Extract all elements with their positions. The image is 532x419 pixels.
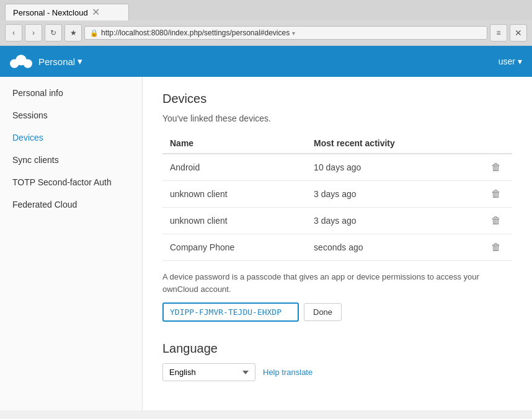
top-navigation: Personal ▾ user ▾ bbox=[0, 46, 532, 77]
sidebar-item-devices[interactable]: Devices bbox=[0, 126, 142, 149]
svg-point-2 bbox=[24, 59, 32, 68]
browser-menu-button[interactable]: ≡ bbox=[490, 24, 507, 42]
sidebar-item-sessions[interactable]: Sessions bbox=[0, 104, 142, 126]
user-label: user bbox=[499, 56, 515, 66]
forward-button[interactable]: › bbox=[25, 24, 42, 42]
devices-subtitle: You've linked these devices. bbox=[162, 113, 512, 123]
browser-toolbar: ‹ › ↻ ★ 🔒 http://localhost:8080/index.ph… bbox=[0, 20, 532, 45]
done-button[interactable]: Done bbox=[304, 303, 342, 321]
top-nav-left: Personal ▾ bbox=[10, 55, 82, 68]
user-chevron-icon: ▾ bbox=[518, 56, 522, 66]
sidebar-item-totp[interactable]: TOTP Second-factor Auth bbox=[0, 171, 142, 193]
address-bar[interactable]: 🔒 http://localhost:8080/index.php/settin… bbox=[84, 26, 487, 40]
main-content: Personal info Sessions Devices Sync clie… bbox=[0, 77, 532, 410]
sidebar-item-sync-clients[interactable]: Sync clients bbox=[0, 149, 142, 171]
devices-section: Devices You've linked these devices. Nam… bbox=[162, 92, 512, 322]
app-name-label: Personal bbox=[38, 56, 75, 67]
device-action-cell: 🗑 bbox=[480, 181, 512, 208]
reload-button[interactable]: ↻ bbox=[45, 24, 62, 42]
table-row: Android 10 days ago 🗑 bbox=[162, 154, 512, 181]
col-name-header: Name bbox=[162, 133, 306, 154]
app-container: Personal ▾ user ▾ Personal info Sessions… bbox=[0, 46, 532, 410]
browser-tab: Personal - Nextcloud ✕ bbox=[5, 4, 129, 20]
app-name-button[interactable]: Personal ▾ bbox=[38, 56, 82, 67]
col-action-header bbox=[480, 133, 512, 154]
device-activity-cell: seconds ago bbox=[306, 234, 480, 261]
address-lock-icon: 🔒 bbox=[90, 29, 99, 37]
sidebar: Personal info Sessions Devices Sync clie… bbox=[0, 77, 143, 410]
content-area: Devices You've linked these devices. Nam… bbox=[143, 77, 532, 410]
table-row: Company Phone seconds ago 🗑 bbox=[162, 234, 512, 261]
device-action-cell: 🗑 bbox=[480, 154, 512, 181]
tab-close-button[interactable]: ✕ bbox=[92, 7, 100, 17]
table-row: unknown client 3 days ago 🗑 bbox=[162, 208, 512, 234]
sidebar-item-personal-info[interactable]: Personal info bbox=[0, 82, 142, 104]
device-name-cell: Company Phone bbox=[162, 234, 306, 261]
sidebar-item-federated-cloud[interactable]: Federated Cloud bbox=[0, 193, 142, 216]
device-name-cell: Android bbox=[162, 154, 306, 181]
device-action-cell: 🗑 bbox=[480, 234, 512, 261]
language-title: Language bbox=[162, 342, 512, 356]
devices-table: Name Most recent activity Android 10 day… bbox=[162, 133, 512, 261]
delete-device-button[interactable]: 🗑 bbox=[487, 161, 505, 174]
device-password-input[interactable] bbox=[162, 302, 299, 322]
user-menu-button[interactable]: user ▾ bbox=[499, 56, 522, 66]
bookmark-button[interactable]: ★ bbox=[64, 24, 82, 42]
help-translate-link[interactable]: Help translate bbox=[263, 368, 313, 377]
tab-title: Personal - Nextcloud bbox=[13, 8, 88, 17]
language-section: Language EnglishDeutschFrançaisEspañolIt… bbox=[162, 342, 512, 381]
table-row: unknown client 3 days ago 🗑 bbox=[162, 181, 512, 208]
address-text: http://localhost:8080/index.php/settings… bbox=[101, 29, 290, 37]
password-note: A device password is a passcode that giv… bbox=[162, 271, 512, 295]
browser-close-button[interactable]: ✕ bbox=[510, 24, 527, 42]
col-activity-header: Most recent activity bbox=[306, 133, 480, 154]
tab-bar: Personal - Nextcloud ✕ bbox=[0, 0, 532, 20]
language-select-row: EnglishDeutschFrançaisEspañolItalianoNed… bbox=[162, 363, 512, 381]
address-dropdown-icon: ▾ bbox=[292, 30, 295, 37]
device-activity-cell: 3 days ago bbox=[306, 181, 480, 208]
device-name-cell: unknown client bbox=[162, 181, 306, 208]
back-button[interactable]: ‹ bbox=[5, 24, 22, 42]
devices-title: Devices bbox=[162, 92, 512, 106]
device-activity-cell: 10 days ago bbox=[306, 154, 480, 181]
app-logo bbox=[10, 55, 32, 68]
browser-chrome: Personal - Nextcloud ✕ ‹ › ↻ ★ 🔒 http://… bbox=[0, 0, 532, 46]
device-activity-cell: 3 days ago bbox=[306, 208, 480, 234]
device-action-cell: 🗑 bbox=[480, 208, 512, 234]
delete-device-button[interactable]: 🗑 bbox=[487, 187, 505, 201]
language-select[interactable]: EnglishDeutschFrançaisEspañolItalianoNed… bbox=[162, 363, 255, 381]
logo-svg bbox=[10, 55, 32, 68]
device-name-cell: unknown client bbox=[162, 208, 306, 234]
delete-device-button[interactable]: 🗑 bbox=[487, 214, 505, 227]
delete-device-button[interactable]: 🗑 bbox=[487, 240, 505, 254]
password-row: Done bbox=[162, 302, 512, 322]
app-name-chevron: ▾ bbox=[78, 56, 82, 67]
